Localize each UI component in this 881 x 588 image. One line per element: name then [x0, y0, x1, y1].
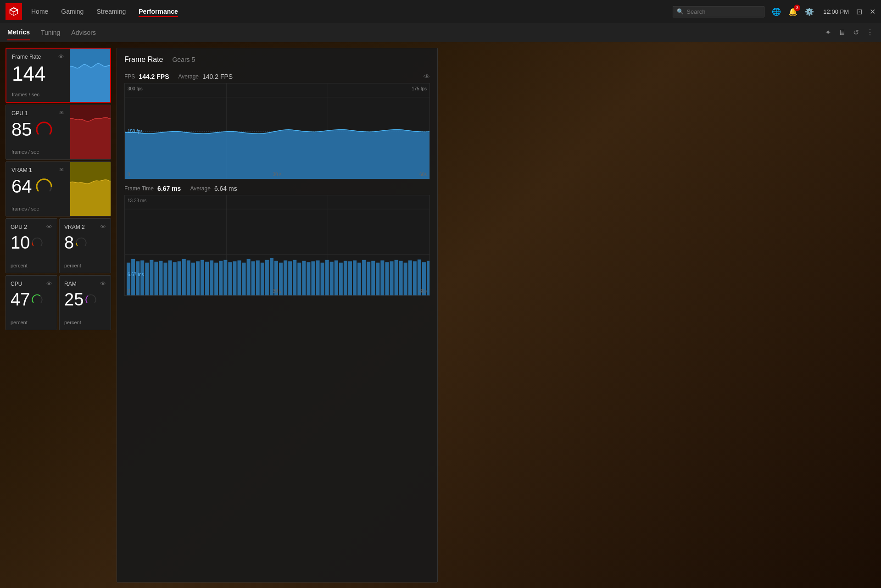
vram2-title: VRAM 2 — [64, 224, 85, 230]
more-icon[interactable]: ⋮ — [866, 28, 874, 37]
framerate-eye-icon[interactable]: 👁 — [58, 53, 64, 60]
fps-value: 144.2 FPS — [139, 73, 169, 80]
chart-game-subtitle: Gears 5 — [172, 56, 195, 63]
svg-rect-46 — [302, 261, 306, 295]
nav-gaming[interactable]: Gaming — [61, 6, 84, 17]
svg-rect-19 — [178, 261, 181, 295]
pin-icon[interactable]: ✦ — [825, 28, 831, 37]
gpu1-unit: frames / sec — [11, 149, 65, 155]
vram1-title: VRAM 1 — [11, 167, 32, 173]
notification-badge: 3 — [794, 5, 800, 11]
svg-rect-51 — [325, 260, 329, 295]
nav-performance[interactable]: Performance — [139, 6, 178, 17]
svg-rect-50 — [321, 263, 324, 295]
fps-avg-value: 140.2 FPS — [202, 73, 233, 80]
svg-rect-53 — [335, 261, 338, 295]
nav-home[interactable]: Home — [31, 6, 48, 17]
gpu1-chart — [70, 105, 111, 159]
fps-chart-area: 300 fps 150 fps 175 fps 0 30 s 60s — [124, 83, 430, 179]
subnav-tuning[interactable]: Tuning — [41, 25, 60, 40]
metric-card-ram[interactable]: RAM 👁 25 percent — [59, 275, 111, 330]
svg-rect-14 — [154, 262, 158, 295]
gpu2-eye-icon[interactable]: 👁 — [46, 223, 52, 230]
svg-rect-73 — [427, 261, 429, 295]
metric-card-cpu[interactable]: CPU 👁 47 percent — [6, 275, 57, 330]
svg-rect-34 — [247, 259, 251, 295]
notification-icon[interactable]: 🔔 3 — [788, 7, 797, 16]
fps-x-mid: 30 s — [273, 172, 282, 177]
refresh-icon[interactable]: ↺ — [853, 28, 859, 37]
globe-icon[interactable]: 🌐 — [772, 7, 781, 16]
cpu-eye-icon[interactable]: 👁 — [46, 280, 52, 287]
frametime-avg-value: 6.64 ms — [214, 185, 237, 192]
cpu-value: 47 — [11, 291, 30, 308]
search-icon: 🔍 — [677, 8, 684, 15]
metric-card-gpu1-header: GPU 1 👁 — [11, 110, 65, 116]
svg-rect-33 — [242, 263, 246, 295]
gpu2-gauge — [32, 237, 43, 248]
cpu-unit: percent — [11, 320, 52, 325]
metric-card-vram1-header: VRAM 1 👁 — [11, 166, 65, 173]
svg-rect-21 — [187, 261, 190, 295]
ram-title: RAM — [64, 281, 77, 287]
time-display: 12:00 PM — [823, 8, 849, 15]
svg-rect-24 — [201, 260, 204, 295]
ram-eye-icon[interactable]: 👁 — [100, 280, 106, 287]
subnav-metrics[interactable]: Metrics — [7, 25, 30, 40]
metric-card-vram2[interactable]: VRAM 2 👁 8 percent — [59, 218, 111, 273]
search-bar[interactable]: 🔍 — [673, 6, 764, 17]
frametime-chart-svg — [125, 195, 429, 295]
fps-y-mid: 150 fps — [128, 129, 143, 134]
window-icon[interactable]: ⊡ — [856, 7, 862, 16]
svg-rect-30 — [228, 262, 232, 295]
gpu1-eye-icon[interactable]: 👁 — [59, 110, 65, 116]
svg-rect-9 — [131, 259, 135, 295]
close-icon[interactable]: ✕ — [870, 7, 875, 16]
vram2-unit: percent — [64, 263, 106, 268]
svg-rect-13 — [150, 260, 153, 295]
amd-logo[interactable] — [6, 3, 22, 20]
svg-rect-20 — [182, 259, 186, 295]
cpu-gauge — [32, 294, 43, 305]
vram1-eye-icon[interactable]: 👁 — [59, 166, 65, 173]
svg-rect-55 — [344, 261, 347, 295]
frametime-value: 6.67 ms — [157, 185, 181, 192]
metric-card-framerate[interactable]: Frame Rate 👁 144 frames / sec — [6, 48, 111, 103]
fps-y-right: 175 fps — [412, 86, 427, 91]
metric-card-gpu2[interactable]: GPU 2 👁 10 percent — [6, 218, 57, 273]
vram1-value: 64 — [11, 177, 65, 195]
gpu1-title: GPU 1 — [11, 110, 28, 116]
fps-y-top: 300 fps — [128, 86, 143, 91]
svg-rect-23 — [196, 261, 200, 295]
fps-chart-svg — [125, 83, 429, 179]
svg-rect-69 — [408, 261, 412, 295]
metric-card-gpu1[interactable]: GPU 1 👁 85 frames / sec — [6, 105, 111, 160]
fps-eye-icon[interactable]: 👁 — [424, 73, 430, 80]
svg-rect-12 — [145, 263, 149, 295]
frametime-chart-section: Frame Time 6.67 ms Average 6.64 ms 13.33… — [124, 185, 430, 296]
metrics-panel: Frame Rate 👁 144 frames / sec GPU 1 👁 — [6, 48, 111, 582]
vram2-eye-icon[interactable]: 👁 — [100, 223, 106, 230]
svg-rect-61 — [371, 261, 375, 295]
search-input[interactable] — [686, 8, 760, 15]
svg-rect-18 — [173, 262, 177, 295]
subnav-advisors[interactable]: Advisors — [71, 25, 96, 40]
nav-streaming[interactable]: Streaming — [96, 6, 126, 17]
svg-rect-42 — [284, 261, 287, 295]
vram1-chart — [70, 162, 111, 216]
metric-card-vram1[interactable]: VRAM 1 👁 64 frames / sec — [6, 161, 111, 216]
svg-rect-44 — [293, 260, 296, 295]
svg-rect-59 — [362, 260, 366, 295]
gpu1-value: 85 — [11, 120, 65, 139]
frametime-y-top: 13.33 ms — [128, 198, 146, 203]
topbar: Home Gaming Streaming Performance 🔍 🌐 🔔 … — [0, 0, 881, 23]
svg-rect-36 — [256, 261, 260, 295]
svg-rect-70 — [413, 261, 417, 295]
framerate-chart-svg — [70, 49, 110, 102]
monitor-icon[interactable]: 🖥 — [838, 28, 846, 37]
frametime-y-mid: 6.67 ms — [128, 272, 144, 277]
settings-icon[interactable]: ⚙️ — [805, 7, 814, 16]
ram-unit: percent — [64, 320, 106, 325]
vram1-gauge — [36, 178, 52, 194]
svg-rect-47 — [307, 262, 310, 295]
